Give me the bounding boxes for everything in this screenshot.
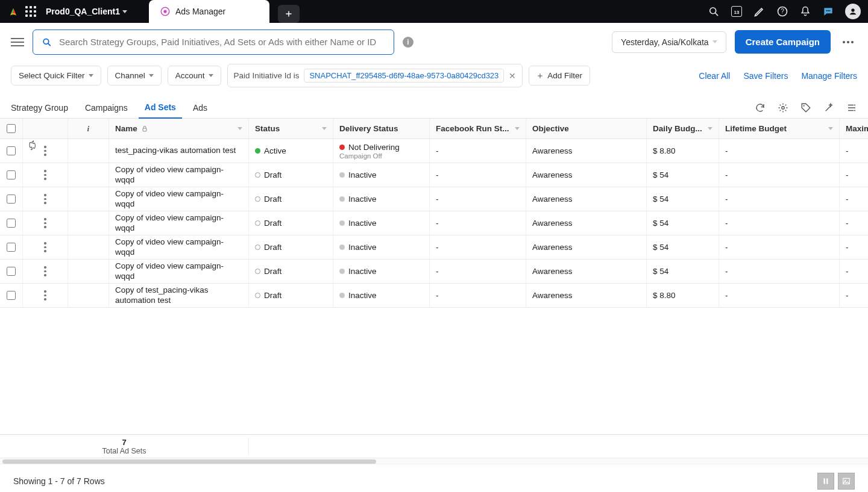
search-input[interactable] [59,37,385,47]
row-lifetime: - [725,267,728,276]
chevron-down-icon [209,74,213,77]
row-menu-button[interactable] [44,266,46,276]
row-menu-button[interactable] [44,290,46,300]
row-menu-button[interactable] [44,170,46,180]
horizontal-scrollbar[interactable] [0,458,868,464]
sort-icon[interactable] [237,127,242,130]
svg-point-7 [829,10,831,11]
hamburger-icon[interactable] [11,38,24,46]
date-range-selector[interactable]: Yesterday, Asia/Kolkata [612,31,726,53]
row-checkbox[interactable] [7,219,16,228]
row-name: Copy of video view campaign-wqqd [115,237,242,258]
add-filter-button[interactable]: Add Filter [529,66,590,86]
sort-icon[interactable] [515,127,520,130]
row-daily: $ 54 [653,267,668,276]
col-delivery-label: Delivery Status [339,124,398,133]
channel-selector[interactable]: Channel [107,66,162,86]
row-objective: Awareness [532,243,573,252]
table-row[interactable]: Copy of test_pacing-vikas automation tes… [0,284,868,308]
table-row[interactable]: Copy of video view campaign-wqqd Draft I… [0,260,868,284]
add-tab-button[interactable] [278,5,300,23]
chat-icon[interactable] [822,5,834,17]
app-logo[interactable] [7,5,19,17]
row-status: Draft [264,291,281,300]
manage-filters-link[interactable]: Manage Filters [801,71,857,81]
bell-icon[interactable] [799,5,811,17]
row-checkbox[interactable] [7,195,16,204]
row-menu-button[interactable] [44,194,46,204]
tab-ad-sets[interactable]: Ad Sets [139,97,182,119]
add-filter-label: Add Filter [547,71,582,80]
info-column-header[interactable]: i [68,119,109,139]
app-tab-ads-manager[interactable]: Ads Manager [149,0,269,23]
row-checkbox[interactable] [7,291,16,300]
remove-filter-button[interactable]: ✕ [509,72,516,80]
row-fb: - [436,146,439,155]
cursor-icon [27,139,36,152]
filter-value[interactable]: SNAPCHAT_ff295485-d6f9-48ae-9573-0a80429… [304,69,504,83]
row-name: Copy of video view campaign-wqqd [115,261,242,282]
user-avatar[interactable] [845,4,861,19]
col-status-label: Status [255,124,280,133]
svg-point-1 [163,10,166,13]
row-status: Draft [264,267,281,276]
table: i Name Status Delivery Status Facebook R… [0,119,868,464]
delivery-dot-icon [339,172,345,178]
row-menu-button[interactable] [44,242,46,252]
image-button[interactable] [838,473,855,490]
row-max: - [846,243,849,252]
sort-icon[interactable] [708,127,712,130]
row-checkbox[interactable] [7,146,16,155]
grid-menu-icon[interactable] [25,6,36,17]
table-row[interactable]: Copy of video view campaign-wqqd Draft I… [0,211,868,235]
gear-icon[interactable] [778,102,788,113]
pause-button[interactable] [817,473,834,490]
row-checkbox[interactable] [7,170,16,179]
svg-point-5 [826,10,828,11]
col-life-label: Lifetime Budget [725,124,787,133]
tab-campaigns[interactable]: Campaigns [79,97,134,119]
quick-filter-selector[interactable]: Select Quick Filter [11,66,101,86]
sort-icon[interactable] [322,127,327,130]
tab-strategy-group[interactable]: Strategy Group [11,97,74,119]
tag-icon[interactable] [800,102,811,113]
help-icon[interactable]: ? [776,5,788,17]
info-icon[interactable]: i [403,37,414,48]
edit-icon[interactable] [753,5,766,17]
row-checkbox[interactable] [7,243,16,252]
row-daily: $ 8.80 [653,146,676,155]
search-field-wrap[interactable] [33,30,394,55]
row-menu-button[interactable] [44,146,46,156]
row-max: - [846,146,849,155]
table-row[interactable]: Copy of video view campaign-wqqd Draft I… [0,187,868,211]
tab-ads[interactable]: Ads [187,97,213,119]
col-obj-label: Objective [532,124,569,133]
clear-all-link[interactable]: Clear All [699,71,730,81]
table-row[interactable]: Copy of video view campaign-wqqd Draft I… [0,163,868,187]
row-menu-button[interactable] [44,218,46,228]
row-checkbox[interactable] [7,267,16,276]
row-max: - [846,291,849,300]
chevron-down-icon [89,74,93,77]
columns-icon[interactable] [846,102,857,113]
sort-icon[interactable] [828,127,833,130]
client-selector[interactable]: Prod0_QA_Client1 [42,7,131,16]
wand-icon[interactable] [823,102,834,113]
row-daily: $ 8.80 [653,291,676,300]
svg-point-11 [804,105,805,106]
bottom-bar: Showing 1 - 7 of 7 Rows [0,464,868,492]
table-row[interactable]: test_pacing-vikas automation test Active… [0,139,868,163]
plus-icon [536,72,544,79]
account-selector[interactable]: Account [168,66,221,86]
create-campaign-button[interactable]: Create Campaign [735,30,831,54]
refresh-icon[interactable] [755,102,766,113]
table-row[interactable]: Copy of video view campaign-wqqd Draft I… [0,235,868,260]
save-filters-link[interactable]: Save Filters [743,71,788,81]
row-delivery: Not Delivering [348,143,400,152]
scrollbar-thumb[interactable] [2,459,376,464]
more-actions-button[interactable] [839,33,857,51]
calendar-icon[interactable]: 13 [731,5,743,17]
chevron-down-icon [122,10,127,13]
search-icon[interactable] [708,5,720,17]
select-all-checkbox[interactable] [7,124,16,133]
